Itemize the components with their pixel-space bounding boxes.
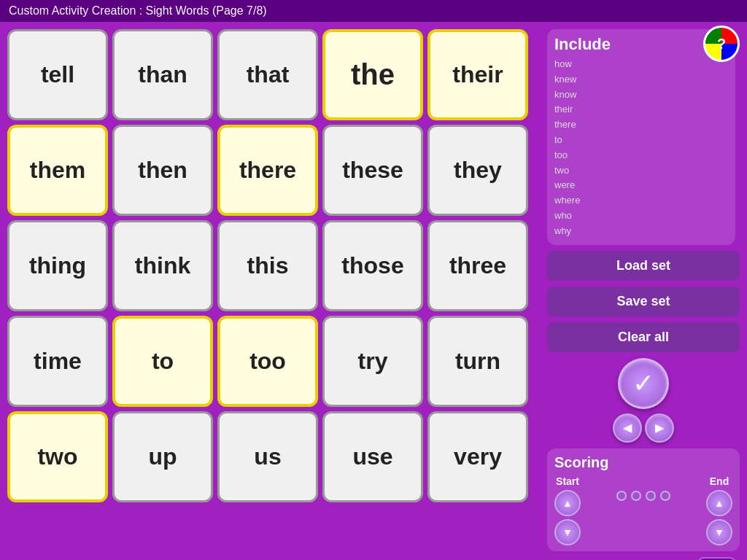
include-word-there: there — [554, 117, 728, 133]
include-word-were: were — [554, 178, 728, 193]
word-card-this[interactable]: this — [217, 220, 318, 311]
word-card-them[interactable]: them — [7, 125, 108, 216]
sidebar: Include howknewknowtheirtheretotootwower… — [543, 22, 747, 560]
scoring-row: Start ▲ End ▲ — [554, 475, 732, 516]
include-word-knew: knew — [554, 72, 728, 88]
word-card-two[interactable]: two — [7, 411, 108, 502]
check-button[interactable]: ✓ — [618, 358, 669, 409]
word-card-they[interactable]: they — [427, 125, 528, 216]
word-row-1: themthentherethesethey — [7, 125, 536, 216]
word-card-too[interactable]: too — [217, 316, 318, 407]
include-word-their: their — [554, 102, 728, 117]
center-actions: ✓ ◀ ▶ — [547, 358, 740, 443]
word-row-4: twoupususevery — [7, 411, 536, 502]
include-words-list: howknewknowtheirtheretotootwowerewherewh… — [554, 57, 728, 239]
word-row-0: tellthanthatthetheir — [7, 29, 536, 120]
word-row-3: timetotootryturn — [7, 316, 536, 407]
scoring-title: Scoring — [554, 454, 732, 471]
back-button[interactable]: ← — [697, 557, 737, 560]
buttons-group: Load set Save set Clear all — [547, 251, 740, 352]
word-card-time[interactable]: time — [7, 316, 108, 407]
end-label: End — [710, 475, 729, 487]
word-card-very[interactable]: very — [427, 411, 528, 502]
word-card-three[interactable]: three — [427, 220, 528, 311]
end-down-button[interactable]: ▼ — [706, 519, 732, 545]
word-card-these[interactable]: these — [322, 125, 423, 216]
header-title: Custom Activity Creation : Sight Words (… — [9, 4, 267, 18]
word-row-2: thingthinkthisthosethree — [7, 220, 536, 311]
nav-left-button[interactable]: ◀ — [613, 413, 642, 443]
clear-all-button[interactable]: Clear all — [547, 322, 740, 352]
word-card-tell[interactable]: tell — [7, 29, 108, 120]
include-word-to: to — [554, 133, 728, 148]
dot-1 — [616, 491, 627, 501]
word-card-use[interactable]: use — [322, 411, 423, 502]
dot-4 — [660, 491, 670, 501]
bottom-bar: ReadingDoctor ? ← — [547, 557, 740, 560]
include-word-too: too — [554, 148, 728, 163]
word-card-thing[interactable]: thing — [7, 220, 108, 311]
dot-3 — [646, 491, 656, 501]
word-card-think[interactable]: think — [112, 220, 213, 311]
page-header: Custom Activity Creation : Sight Words (… — [0, 0, 747, 22]
word-card-than[interactable]: than — [112, 29, 213, 120]
logo-question-icon: ? — [717, 36, 726, 52]
word-card-turn[interactable]: turn — [427, 316, 528, 407]
word-card-the[interactable]: the — [322, 29, 423, 120]
word-card-there[interactable]: there — [217, 125, 318, 216]
word-card-then[interactable]: then — [112, 125, 213, 216]
scoring-dots — [616, 491, 670, 501]
save-set-button[interactable]: Save set — [547, 287, 740, 316]
word-card-that[interactable]: that — [217, 29, 318, 120]
main-content: tellthanthatthetheirthemthentheretheseth… — [0, 22, 747, 560]
word-card-try[interactable]: try — [322, 316, 423, 407]
load-set-button[interactable]: Load set — [547, 251, 740, 281]
checkmark-icon: ✓ — [632, 370, 654, 397]
include-word-why: why — [554, 224, 728, 239]
end-up-button[interactable]: ▲ — [706, 490, 732, 516]
scoring-panel: Scoring Start ▲ End ▲ ▼ ▼ — [547, 448, 740, 551]
nav-arrows: ◀ ▶ — [613, 413, 674, 443]
word-card-us[interactable]: us — [217, 411, 318, 502]
start-label: Start — [556, 475, 579, 487]
include-title: Include — [554, 35, 728, 54]
word-card-up[interactable]: up — [112, 411, 213, 502]
include-word-know: know — [554, 88, 728, 103]
include-word-two: two — [554, 163, 728, 179]
word-card-to[interactable]: to — [112, 316, 213, 407]
arrow-left-icon: ◀ — [623, 421, 632, 435]
nav-right-button[interactable]: ▶ — [645, 413, 674, 443]
start-up-button[interactable]: ▲ — [554, 490, 581, 516]
start-down-button[interactable]: ▼ — [554, 519, 581, 545]
dot-2 — [631, 491, 641, 501]
include-word-how: how — [554, 57, 728, 72]
logo-button[interactable]: ? — [703, 26, 740, 62]
word-card-their[interactable]: their — [427, 29, 528, 120]
arrow-right-icon: ▶ — [655, 421, 664, 435]
word-grid-area: tellthanthatthetheirthemthentheretheseth… — [0, 22, 543, 560]
include-word-who: who — [554, 209, 728, 224]
include-word-where: where — [554, 193, 728, 209]
include-panel: Include howknewknowtheirtheretotootwower… — [547, 29, 735, 245]
word-card-those[interactable]: those — [322, 220, 423, 311]
